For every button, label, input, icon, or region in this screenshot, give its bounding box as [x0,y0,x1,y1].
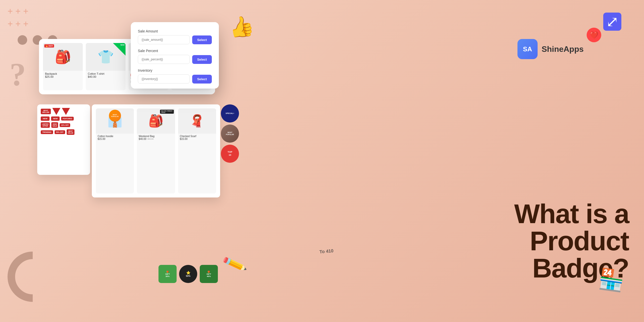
badges-display-panel: BESTSELLER NEW NEW FEATURED LIMITEDOFFER… [37,104,90,175]
heading-line1: What is a [433,200,629,227]
rotate-square-icon: ⤢ [603,13,621,31]
gift-badges-row: 🎁GIFT30% ⭐50% 🎁GIFT40% [158,265,218,283]
lower-product-weekendbag[interactable]: BLACK FRIDAYSALE 🎒 Weekend Bag $40.00 $5… [137,108,175,193]
sale-percent-field: Sale Percent Select [138,49,212,64]
badge-row-4: TRENDING 50% OFF BESTVALUE [41,129,87,135]
arc-decoration [8,252,58,302]
inventory-field: Inventory Select [138,68,212,84]
badge-featured: FEATURED [61,117,74,120]
lower-product-info: Cotton hoodie $15.00 [96,134,134,142]
inventory-label: Inventory [138,68,212,72]
gift-badge-30: 🎁GIFT30% [158,265,177,283]
badge-50off: 50% OFF [55,130,65,134]
gift-badge-40: 🎁GIFT40% [200,265,218,283]
lower-product-price-row: $40.00 $50.00 [139,138,173,140]
dot-1 [18,35,27,45]
sale-amount-field: Sale Amount Select [138,29,212,44]
lower-product-price: $15.00 [98,138,132,140]
lower-product-hoodie[interactable]: MOSTPOPULAR 👔 Cotton hoodie $15.00 [96,108,134,193]
lower-product-scarf[interactable]: 🧣 Checked Scarf $15.00 [178,108,216,193]
lower-product-info: Weekend Bag $40.00 $50.00 [137,134,175,142]
product-price: $25.00 [45,75,81,78]
product-card-tshirt[interactable]: NEW 👕 Cotton T-shirt $40.00 [86,43,126,90]
inventory-input[interactable] [138,74,190,84]
badge-best-seller: BESTSELLER [41,109,51,114]
badge-20off: 20% OFF [60,123,70,127]
plus-signs-decoration: + + ++ + + [8,5,28,30]
badge-most-popular-circle: MOSTPOPULAR [109,110,121,122]
lower-product-name: Cotton hoodie [98,135,132,138]
lower-product-name: Weekend Bag [139,135,173,138]
to410-label: To 410 [319,248,334,255]
sale-percent-select-button[interactable]: Select [192,55,212,64]
badge-new-text: NEW [120,44,125,46]
products-panel-lower: MOSTPOPULAR 👔 Cotton hoodie $15.00 BLACK… [92,104,220,197]
badge-row-3: LIMITEDOFFER HIGHSALE 20% OFF [41,122,87,128]
inventory-input-row: Select [138,74,212,84]
badge-new-2: NEW [51,116,60,121]
badge-trending-2: TRENDING [41,130,53,134]
badge-ribbon-2 [62,108,70,115]
star-badge-50: ⭐50% [179,265,197,283]
top10-badge: TOP10 [221,145,239,163]
lower-product-image-scarf: 🧣 [178,108,216,134]
badge-row-2: NEW NEW FEATURED [41,116,87,121]
shineapps-brand-name: ShineApps [542,45,584,54]
lower-product-price: $15.00 [180,138,214,140]
sa-logo-box: SA [517,39,538,59]
question-mark-decoration: ? [10,55,26,93]
special-plus-badge: SPECIAL+ [221,104,239,123]
product-card-backpack[interactable]: 🔥 HOT 🎒 Backpack $25.00 [43,43,83,90]
product-info: Cotton T-shirt $40.00 [86,71,126,80]
product-price: $40.00 [88,75,124,78]
sale-amount-select-button[interactable]: Select [192,35,212,44]
heart-icon: ❤️ [587,28,601,42]
badge-ribbon-1 [52,108,60,115]
sale-percent-input[interactable] [138,55,190,64]
sale-amount-label: Sale Amount [138,29,212,33]
badge-limited: LIMITEDOFFER [41,122,50,128]
sale-percent-input-row: Select [138,55,212,64]
sale-percent-label: Sale Percent [138,49,212,53]
most-popular-badge: MOSTPOPULAR [221,125,239,143]
shineapps-logo-area: SA ShineApps [517,39,584,59]
circle-badges-column: SPECIAL+ MOSTPOPULAR TOP10 [221,104,241,163]
inventory-select-button[interactable]: Select [192,75,212,84]
main-heading: What is a Product Badge? [433,200,629,282]
shop-icon: 🏪 [597,266,625,293]
sale-amount-input-row: Select [138,35,212,44]
lower-product-price: $40.00 [139,138,146,140]
badge-high-sale: HIGHSALE [51,122,58,128]
product-name: Cotton T-shirt [88,72,124,75]
badge-hot: 🔥 HOT [44,44,54,48]
lower-product-old-price: $50.00 [147,138,153,140]
badge-row-1: BESTSELLER [41,108,87,115]
product-info: Backpack $25.00 [43,71,83,80]
lower-product-info: Checked Scarf $15.00 [178,134,216,142]
product-name: Backpack [45,72,81,75]
selector-modal: Sale Amount Select Sale Percent Select I… [131,22,219,89]
pen-icon: ✏️ [221,251,248,277]
badge-black-friday-sale: BLACK FRIDAYSALE [160,110,174,114]
sale-amount-input[interactable] [138,35,190,44]
badge-new-1: NEW [41,116,50,121]
thumbsup-icon: 👍 [227,13,256,41]
lower-product-name: Checked Scarf [180,135,214,138]
badge-best-value: BESTVALUE [67,129,75,135]
